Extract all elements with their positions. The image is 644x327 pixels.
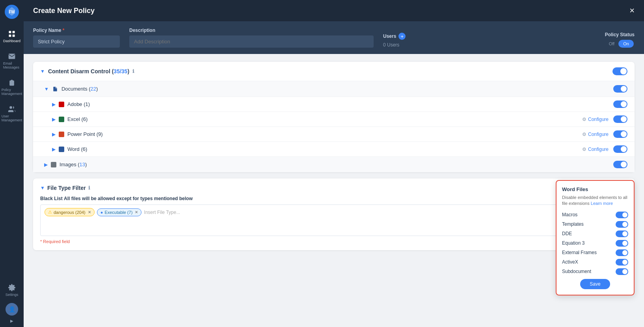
macros-toggle[interactable] — [616, 212, 628, 218]
svg-text:FW: FW — [9, 10, 15, 14]
tag-executable[interactable]: ● Executable (7) ✕ — [97, 208, 142, 216]
documents-title-text: Documents (22) — [61, 86, 98, 92]
filter-chevron-icon: ▼ — [40, 185, 45, 191]
filter-title-text: File Type Filter — [47, 185, 86, 191]
excel-item: ▶ Excel (6) ⚙ Configure — [33, 111, 635, 126]
popup-row-activex: ActiveX — [562, 259, 628, 266]
popup-row-external-frames: External Frames — [562, 249, 628, 256]
documents-icon — [52, 86, 58, 92]
excel-configure-link[interactable]: ⚙ Configure — [582, 117, 609, 122]
images-subsection: ▶ Images (13) — [33, 156, 635, 172]
sidebar-item-label: Email Messages — [3, 61, 20, 69]
svg-point-6 — [9, 106, 12, 109]
cdc-section-toggle[interactable] — [612, 67, 627, 75]
images-toggle[interactable] — [613, 161, 627, 168]
word-gear-icon: ⚙ — [582, 147, 586, 152]
add-users-button[interactable]: + — [398, 33, 406, 40]
policy-status-toggle[interactable]: Off On — [605, 40, 635, 48]
users-label: Users — [383, 33, 396, 39]
cdc-info-icon[interactable]: ℹ — [132, 69, 134, 74]
tag-dangerous[interactable]: ⚠ dangerous (204) ✕ — [45, 208, 95, 216]
dde-toggle[interactable] — [616, 230, 628, 237]
popup-row-macros: Macros — [562, 212, 628, 218]
expand-arrow[interactable]: ▶ — [10, 319, 13, 323]
sidebar-item-email[interactable]: Email Messages — [2, 49, 22, 72]
subdocument-label: Subdocument — [562, 269, 591, 274]
learn-more-link[interactable]: Learn more — [591, 201, 613, 206]
word-popup-title: Word Files — [562, 186, 628, 192]
excel-chevron-icon: ▶ — [52, 117, 56, 122]
sidebar-item-settings[interactable]: Settings — [2, 281, 22, 300]
cdc-section-header[interactable]: ▼ Content Disarm Control (35/35) ℹ — [33, 62, 635, 81]
file-type-filter-title: ▼ File Type Filter ℹ — [40, 185, 90, 191]
powerpoint-toggle[interactable] — [613, 130, 627, 138]
popup-row-dde: DDE — [562, 230, 628, 237]
tag-warn-icon: ⚠ — [48, 210, 52, 215]
toggle-on-label[interactable]: On — [618, 40, 634, 48]
word-label: Word (6) — [67, 146, 87, 152]
cdc-section: ▼ Content Disarm Control (35/35) ℹ ▼ — [33, 62, 635, 172]
adobe-chevron-icon: ▶ — [52, 102, 56, 107]
excel-toggle[interactable] — [613, 115, 627, 123]
tag-executable-remove[interactable]: ✕ — [135, 210, 138, 214]
file-type-tags-input[interactable]: ⚠ dangerous (204) ✕ ● Executable (7) ✕ I… — [40, 204, 627, 236]
form-header: Policy Name * Description Users + 0 User… — [24, 21, 644, 54]
sidebar-item-policy[interactable]: Policy Management — [2, 76, 22, 99]
avatar[interactable]: 👤 — [6, 303, 18, 316]
external-frames-toggle[interactable] — [616, 249, 628, 256]
description-field: Description — [129, 28, 374, 48]
adobe-label: Adobe (1) — [67, 101, 90, 107]
popup-row-subdocument: Subdocument — [562, 268, 628, 275]
excel-icon — [59, 117, 64, 122]
powerpoint-configure-link[interactable]: ⚙ Configure — [582, 132, 609, 137]
word-chevron-icon: ▶ — [52, 147, 56, 152]
content-area: ▼ Content Disarm Control (35/35) ℹ ▼ — [24, 54, 644, 327]
file-type-filter-header: ▼ File Type Filter ℹ — [40, 185, 627, 191]
popup-save-button[interactable]: Save — [580, 279, 610, 289]
adobe-icon — [59, 102, 64, 107]
activex-label: ActiveX — [562, 259, 578, 265]
documents-toggle[interactable] — [613, 85, 627, 93]
svg-rect-4 — [9, 35, 11, 37]
dde-label: DDE — [562, 231, 572, 236]
excel-gear-icon: ⚙ — [582, 117, 586, 122]
documents-subsection-header[interactable]: ▼ Documents (22) — [33, 81, 635, 97]
main-content: Create New Policy × Policy Name * Descri… — [24, 0, 644, 327]
documents-subsection: ▼ Documents (22) ▶ Adob — [33, 81, 635, 156]
powerpoint-label: Power Point (9) — [67, 131, 103, 137]
sidebar-item-user[interactable]: User Management — [2, 102, 22, 125]
file-type-filter-section: ▼ File Type Filter ℹ Black List All file… — [33, 178, 635, 250]
description-label: Description — [129, 28, 374, 33]
adobe-toggle[interactable] — [613, 100, 627, 108]
filter-info-icon[interactable]: ℹ — [88, 185, 90, 191]
logo[interactable]: FW — [4, 4, 20, 20]
word-toggle[interactable] — [613, 145, 627, 153]
images-title-text: Images (13) — [60, 162, 87, 167]
word-configure-link[interactable]: ⚙ Configure — [582, 147, 609, 152]
cdc-chevron-icon: ▼ — [40, 69, 45, 74]
word-files-popup: Word Files Disable embedded elements to … — [556, 180, 635, 295]
close-button[interactable]: × — [629, 6, 635, 15]
sidebar-bottom: Settings 👤 ▶ — [2, 281, 22, 323]
activex-toggle[interactable] — [616, 259, 628, 266]
toggle-off-label[interactable]: Off — [605, 40, 618, 48]
users-count: 0 Users — [383, 42, 406, 48]
equation3-toggle[interactable] — [616, 240, 628, 247]
powerpoint-chevron-icon: ▶ — [52, 132, 56, 137]
description-input[interactable] — [129, 35, 374, 48]
images-title: ▶ Images (13) — [44, 162, 87, 167]
required-field-text: * Required field — [40, 239, 627, 244]
policy-name-input[interactable] — [33, 35, 120, 48]
powerpoint-gear-icon: ⚙ — [582, 132, 586, 137]
tag-dangerous-remove[interactable]: ✕ — [88, 210, 91, 214]
sidebar-item-dashboard[interactable]: Dashboard — [2, 27, 22, 46]
templates-toggle[interactable] — [616, 221, 628, 228]
images-subsection-header[interactable]: ▶ Images (13) — [33, 157, 635, 172]
subdocument-toggle[interactable] — [616, 268, 628, 275]
svg-rect-3 — [13, 31, 15, 33]
sidebar-bottom-label: Settings — [6, 293, 19, 297]
macros-label: Macros — [562, 212, 577, 217]
sidebar-item-label: Policy Management — [2, 88, 22, 96]
insert-placeholder[interactable]: Insert File Type... — [144, 210, 180, 215]
equation3-label: Equation 3 — [562, 240, 584, 246]
